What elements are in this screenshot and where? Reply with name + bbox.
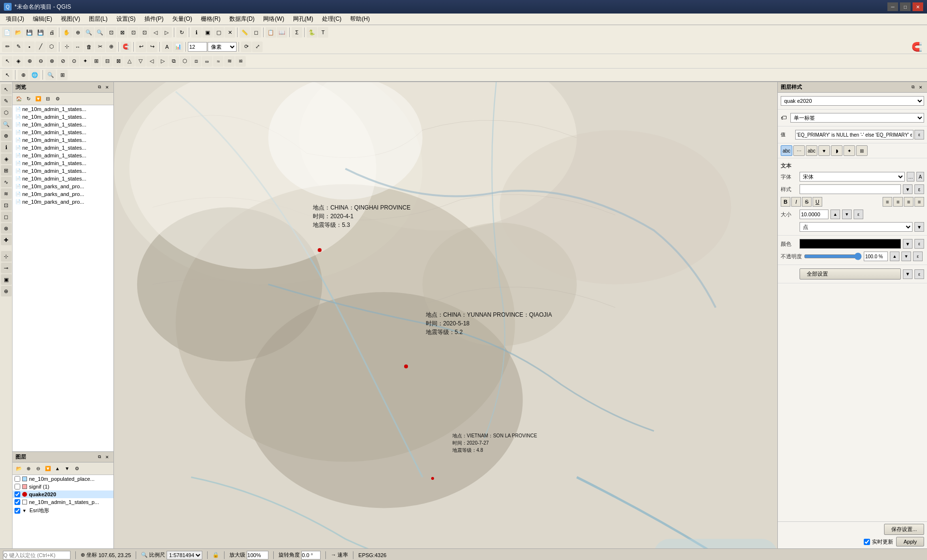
menu-plugins[interactable]: 插件(P): [140, 14, 168, 24]
align-left-btn[interactable]: ≡: [883, 197, 892, 207]
left-tool-12[interactable]: ◻: [1, 211, 12, 222]
abc-text-btn[interactable]: abc: [781, 145, 792, 156]
size-down-btn[interactable]: ▼: [842, 210, 852, 219]
scale-select[interactable]: 1:5781494: [167, 551, 202, 560]
zoom-native-btn[interactable]: ⊡: [106, 27, 116, 38]
measure-area-btn[interactable]: ◻: [251, 27, 261, 38]
left-tool-11[interactable]: ⊡: [1, 200, 12, 210]
layer-check-signif[interactable]: [14, 484, 20, 490]
open-project-btn[interactable]: 📂: [13, 27, 24, 38]
split-btn[interactable]: ✂: [95, 42, 105, 52]
left-tool-8[interactable]: ⊞: [1, 165, 12, 176]
atlas-btn[interactable]: 📖: [277, 27, 287, 38]
zoom-in-btn[interactable]: 🔍: [84, 27, 94, 38]
new-composer-btn[interactable]: 📋: [266, 27, 276, 38]
measure-btn[interactable]: 📏: [239, 27, 250, 38]
browser-collapse-btn[interactable]: ⊟: [43, 95, 52, 103]
color-picker-btn[interactable]: ▼: [903, 239, 913, 249]
menu-project[interactable]: 项目(J): [2, 14, 28, 24]
save-style-btn[interactable]: 保存设置...: [884, 524, 924, 535]
menu-settings[interactable]: 设置(S): [112, 14, 140, 24]
left-tool-1[interactable]: ↖: [1, 84, 12, 95]
left-tool-5[interactable]: ⊕: [1, 130, 12, 141]
layer-item-states[interactable]: ne_10m_admin_1_states_p...: [13, 498, 113, 506]
left-tool-6[interactable]: ℹ: [1, 142, 12, 153]
browser-item-8[interactable]: 📄 ne_10m_admin_1_states...: [13, 159, 113, 167]
tb3-btn17[interactable]: ⬡: [180, 56, 190, 67]
apply-btn[interactable]: Apply: [896, 537, 924, 546]
opacity-up-btn[interactable]: ▲: [890, 252, 899, 261]
close-button[interactable]: ✕: [913, 2, 923, 11]
left-tool-13[interactable]: ⊗: [1, 223, 12, 234]
digitize-btn[interactable]: ✏: [2, 42, 13, 52]
opacity-field-btn[interactable]: ε: [913, 252, 923, 261]
tb3-btn15[interactable]: ▷: [157, 56, 168, 67]
map-canvas[interactable]: 地点：CHINA：QINGHAI PROVINCE 时间：2020-4-1 地震…: [114, 82, 777, 548]
select-rect-btn[interactable]: ▢: [213, 27, 224, 38]
style-field-btn[interactable]: ε: [914, 184, 924, 194]
browser-item-6[interactable]: 📄 ne_10m_admin_1_states...: [13, 144, 113, 152]
layers-float-btn[interactable]: ⧉: [96, 454, 103, 461]
menu-raster[interactable]: 栅格(R): [197, 14, 225, 24]
tb3-btn8[interactable]: ✦: [80, 56, 90, 67]
unit-select[interactable]: 像素: [208, 42, 237, 52]
layer-item-esri-group[interactable]: ▼ Esri地形: [13, 506, 113, 515]
tb3-btn11[interactable]: ⊠: [113, 56, 124, 67]
tb3-btn9[interactable]: ⊞: [91, 56, 101, 67]
pan-to-selection-btn[interactable]: ⊕: [72, 27, 83, 38]
polygon-btn[interactable]: ⬡: [46, 42, 57, 52]
identify-btn[interactable]: ℹ: [191, 27, 202, 38]
refresh-btn[interactable]: ↻: [176, 27, 187, 38]
move-feature-btn[interactable]: ↔: [72, 42, 83, 52]
layers-options-btn[interactable]: ⚙: [72, 464, 81, 473]
zoom-layer-btn[interactable]: ⊡: [128, 27, 139, 38]
underline-btn[interactable]: U: [813, 197, 822, 207]
left-tool-15[interactable]: ⊹: [1, 251, 12, 262]
tb3-btn16[interactable]: ⧉: [169, 56, 179, 67]
browser-item-2[interactable]: 📄 ne_10m_admin_1_states...: [13, 113, 113, 121]
layers-remove-btn[interactable]: ⊖: [34, 464, 42, 473]
menu-vector[interactable]: 矢量(O): [169, 14, 196, 24]
select-btn[interactable]: ▣: [202, 27, 213, 38]
layer-item-signif[interactable]: signif (1): [13, 483, 113, 490]
opacity-slider[interactable]: [804, 253, 862, 260]
zoom-prev-btn[interactable]: ◁: [150, 27, 161, 38]
abc-heart-btn[interactable]: ♥: [818, 145, 830, 156]
edit-btn[interactable]: ✎: [13, 42, 24, 52]
undo-btn[interactable]: ↩: [136, 42, 146, 52]
tb3-btn10[interactable]: ⊟: [102, 56, 112, 67]
tb3-btn3[interactable]: ⊕: [24, 56, 35, 67]
save-as-btn[interactable]: 💾: [35, 27, 46, 38]
menu-layer[interactable]: 图层(L): [85, 14, 112, 24]
browser-item-7[interactable]: 📄 ne_10m_admin_1_states...: [13, 152, 113, 159]
point-btn[interactable]: •: [24, 42, 35, 52]
tb4-search-btn[interactable]: 🔍: [45, 70, 56, 80]
style-down-btn[interactable]: ▼: [903, 184, 913, 194]
browser-options-btn[interactable]: ⚙: [53, 95, 62, 103]
location-search-input[interactable]: [3, 551, 70, 560]
print-btn[interactable]: 🖨: [46, 27, 57, 38]
vertex-tool-btn[interactable]: ⊹: [61, 42, 72, 52]
tb3-btn13[interactable]: ▽: [135, 56, 146, 67]
deselect-btn[interactable]: ✕: [225, 27, 235, 38]
general-settings-btn[interactable]: 全部设置: [800, 268, 901, 280]
left-tool-7[interactable]: ◈: [1, 154, 12, 164]
style-float-btn[interactable]: ⧉: [910, 84, 916, 91]
font-color-btn[interactable]: A: [916, 172, 924, 182]
left-tool-18[interactable]: ⊕: [1, 286, 12, 296]
layers-add-btn[interactable]: ⊕: [24, 464, 33, 473]
size-up-btn[interactable]: ▲: [830, 210, 840, 219]
tb3-btn6[interactable]: ⊘: [57, 56, 68, 67]
new-project-btn[interactable]: 📄: [2, 27, 13, 38]
rotation-input[interactable]: [301, 551, 321, 560]
browser-filter-btn[interactable]: 🔽: [34, 95, 42, 103]
style-close-btn[interactable]: ✕: [917, 84, 924, 91]
menu-database[interactable]: 数据库(D): [225, 14, 259, 24]
layer-check-quake[interactable]: [14, 491, 20, 497]
left-tool-2[interactable]: ✎: [1, 96, 12, 106]
realtime-update-check[interactable]: [864, 539, 870, 545]
menu-network[interactable]: 网络(W): [259, 14, 288, 24]
style-input[interactable]: [800, 184, 901, 194]
tb3-btn20[interactable]: ≈: [213, 56, 224, 67]
save-project-btn[interactable]: 💾: [24, 27, 35, 38]
